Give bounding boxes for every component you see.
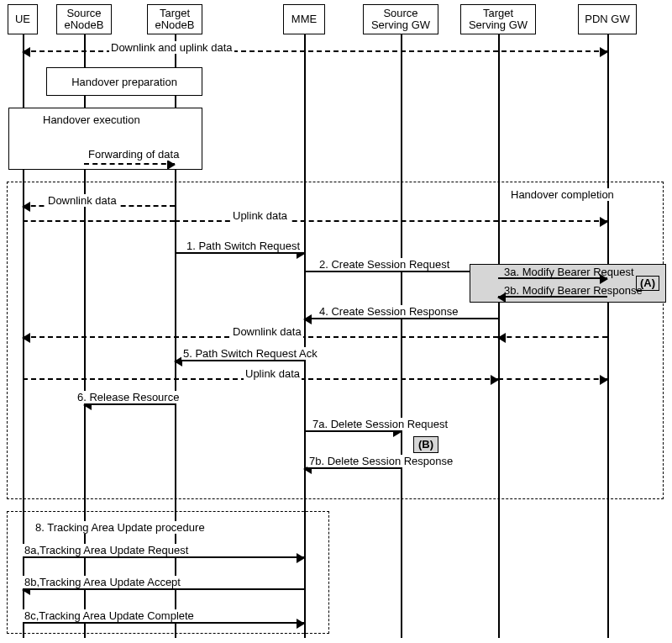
- node-ue-label: UE: [15, 13, 30, 25]
- marker-b-label: (B): [418, 438, 433, 451]
- node-pdn-gw-label: PDN GW: [585, 13, 629, 25]
- arrowhead-left-icon: [303, 314, 312, 324]
- label-msg-7b: 7b. Delete Session Response: [307, 455, 454, 467]
- msg-4: [304, 318, 498, 319]
- label-msg-4: 4. Create Session Response: [318, 305, 459, 318]
- node-ue: UE: [8, 4, 38, 34]
- node-tgt-sgw: Target Serving GW: [460, 4, 536, 34]
- label-forwarding: Forwarding of data: [87, 148, 181, 161]
- arrowhead-right-icon: [600, 47, 608, 57]
- label-msg-3b: 3b. Modify Bearer Response: [502, 284, 644, 297]
- arrowhead-right-icon: [491, 375, 499, 385]
- label-msg-8a: 8a,Tracking Area Update Request: [23, 544, 190, 556]
- phase-execution-label: Handover execution: [43, 113, 140, 126]
- label-uplink-2: Uplink data: [244, 367, 302, 380]
- label-msg-7a: 7a. Delete Session Request: [311, 418, 449, 430]
- label-msg-1: 1. Path Switch Request: [185, 240, 302, 252]
- node-tgt-enb-label: Target eNodeB: [155, 8, 195, 32]
- msg-5: [175, 360, 304, 361]
- arrowhead-left-icon: [22, 47, 30, 57]
- phase-completion-box: [7, 182, 664, 499]
- label-msg-8b: 8b,Tracking Area Update Accept: [23, 576, 182, 588]
- flow-forwarding: [84, 163, 175, 165]
- label-dl-ul-top: Downlink and uplink data: [109, 41, 234, 54]
- phase-completion-label: Handover completion: [509, 188, 616, 201]
- flow-uplink-2b: [498, 378, 607, 380]
- flow-downlink-2b: [498, 336, 607, 338]
- label-msg-2: 2. Create Session Request: [318, 258, 451, 271]
- arrowhead-right-icon: [167, 160, 176, 170]
- node-src-enb-label: Source eNodeB: [65, 8, 104, 32]
- label-msg-8: 8. Tracking Area Update procedure: [34, 521, 207, 534]
- phase-preparation-label: Handover preparation: [71, 76, 177, 88]
- label-uplink-1: Uplink data: [231, 209, 289, 222]
- msg-8c: [23, 622, 304, 624]
- msg-8a: [23, 556, 304, 558]
- label-downlink-2: Downlink data: [231, 325, 303, 338]
- flow-uplink-1-left: [23, 220, 175, 222]
- marker-b: (B): [413, 436, 438, 453]
- label-downlink-1: Downlink data: [46, 194, 118, 207]
- arrowhead-left-icon: [497, 333, 506, 343]
- node-src-sgw-label: Source Serving GW: [371, 8, 430, 32]
- node-mme: MME: [283, 4, 325, 34]
- label-msg-5: 5. Path Switch Request Ack: [181, 347, 319, 360]
- msg-7b: [304, 467, 401, 469]
- arrowhead-right-icon: [600, 217, 608, 227]
- msg-7a: [304, 430, 401, 432]
- label-msg-8c: 8c,Tracking Area Update Complete: [23, 609, 196, 622]
- msg-8b: [23, 588, 304, 590]
- label-msg-3a: 3a. Modify Bearer Request: [502, 266, 636, 278]
- arrowhead-right-icon: [600, 375, 608, 385]
- node-src-sgw: Source Serving GW: [363, 4, 438, 34]
- arrowhead-left-icon: [22, 333, 30, 343]
- node-src-enb: Source eNodeB: [56, 4, 112, 34]
- msg-6: [84, 403, 175, 405]
- phase-preparation: Handover preparation: [46, 67, 202, 96]
- node-mme-label: MME: [291, 13, 317, 25]
- sequence-diagram: UE Source eNodeB Target eNodeB MME Sourc…: [0, 0, 672, 643]
- arrowhead-left-icon: [22, 202, 30, 212]
- node-tgt-enb: Target eNodeB: [147, 4, 202, 34]
- label-msg-6: 6. Release Resource: [76, 391, 181, 403]
- node-pdn-gw: PDN GW: [578, 4, 637, 34]
- arrowhead-right-icon: [297, 553, 305, 563]
- arrowhead-right-icon: [297, 619, 305, 629]
- msg-1: [175, 252, 304, 254]
- node-tgt-sgw-label: Target Serving GW: [469, 8, 528, 32]
